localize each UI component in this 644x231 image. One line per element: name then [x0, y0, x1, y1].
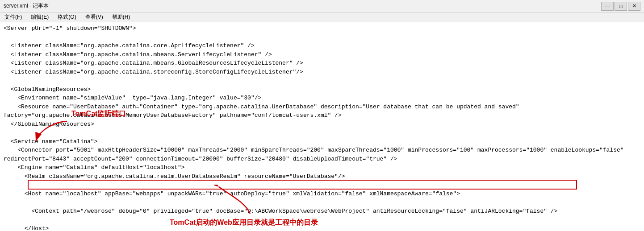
code-line: [4, 33, 640, 42]
title-bar: server.xml - 记事本 — □ ✕: [0, 0, 644, 12]
code-line: <Server pUrt="-1" shutdown="SHUTDOWN">: [4, 24, 640, 33]
window-title: server.xml - 记事本: [4, 2, 601, 10]
code-line: [4, 215, 640, 224]
code-line: <GlobalNamingResources>: [4, 85, 640, 94]
code-line: <Listener className="org.apache.catalina…: [4, 50, 640, 59]
code-line: <Environment name="simpleValue" type="ja…: [4, 94, 640, 103]
code-line: [4, 181, 640, 190]
code-line: <Listener className="org.apache.catalina…: [4, 41, 640, 50]
content-area: <Server pUrt="-1" shutdown="SHUTDOWN"> <…: [0, 22, 644, 231]
code-line: <Resource name="UserDatabase" auth="Cont…: [4, 103, 640, 111]
code-line: <Connector port="5001" maxHttpHeaderSize…: [4, 146, 640, 155]
code-line: <Realm className="org.apache.catalina.re…: [4, 172, 640, 181]
code-line: <Engine name="Catalina" defaultHost="loc…: [4, 163, 640, 172]
code-line: factory="org.apache.catalina.users.Memor…: [4, 111, 640, 120]
menu-file[interactable]: 文件(F): [2, 12, 25, 22]
code-line: <Service name="Catalina">: [4, 137, 640, 146]
code-container: <Server pUrt="-1" shutdown="SHUTDOWN"> <…: [4, 24, 640, 231]
code-line: <Context path="/webrose" debug="0" privi…: [4, 207, 640, 216]
code-line: </GlobalNamingResources>: [4, 120, 640, 129]
menu-edit[interactable]: 编辑(E): [28, 12, 51, 22]
code-line: [4, 76, 640, 85]
code-line: <Listener className="org.apache.catalina…: [4, 59, 640, 68]
minimize-button[interactable]: —: [601, 2, 614, 11]
maximize-button[interactable]: □: [615, 2, 627, 11]
code-line: </Host>: [4, 224, 640, 231]
code-line: [4, 128, 640, 137]
menu-bar: 文件(F) 编辑(E) 格式(O) 查看(V) 帮助(H): [0, 12, 644, 22]
menu-help[interactable]: 帮助(H): [109, 12, 133, 22]
menu-format[interactable]: 格式(O): [55, 12, 79, 22]
code-line: redirectPort="8443" acceptCount="200" co…: [4, 155, 640, 164]
code-line: [4, 198, 640, 207]
window-controls: — □ ✕: [601, 2, 640, 11]
code-line: <Listener className="org.apache.catalina…: [4, 68, 640, 77]
code-line: <Host name="localhost" appBase="webapps"…: [4, 190, 640, 198]
menu-view[interactable]: 查看(V): [83, 12, 106, 22]
close-button[interactable]: ✕: [628, 2, 640, 11]
